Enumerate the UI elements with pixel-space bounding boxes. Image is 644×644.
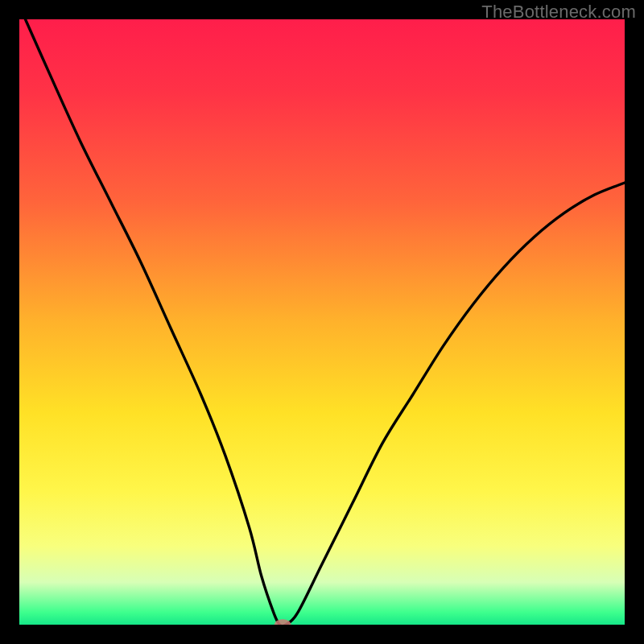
- watermark-text: TheBottleneck.com: [481, 2, 636, 23]
- bottleneck-chart: [19, 19, 625, 625]
- plot-area: [19, 19, 625, 625]
- chart-frame: TheBottleneck.com: [0, 0, 644, 644]
- gradient-background: [19, 19, 625, 625]
